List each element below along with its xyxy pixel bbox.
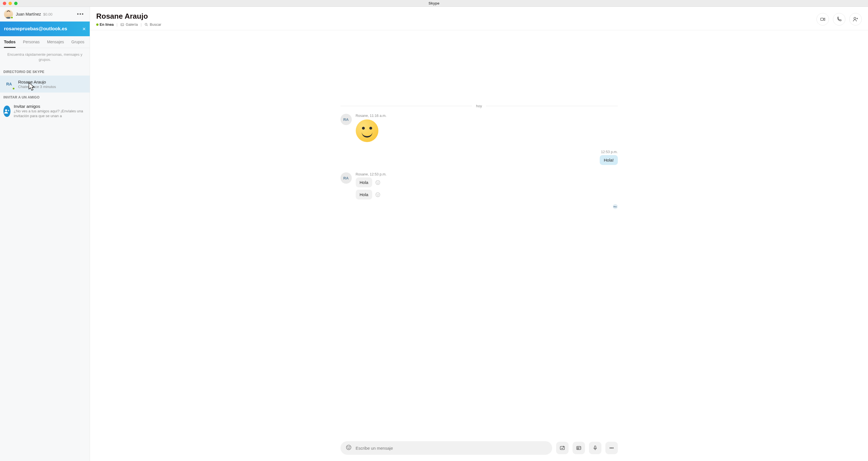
message-meta: Rosane, 11:16 a.m. xyxy=(356,114,386,118)
contact-card-icon xyxy=(576,445,582,451)
svg-point-25 xyxy=(611,448,612,449)
message-in: RA Rosane, 12:53 p.m. Hola Hola xyxy=(340,172,618,199)
search-icon xyxy=(144,23,148,27)
svg-point-13 xyxy=(378,194,379,194)
svg-point-26 xyxy=(613,448,613,449)
read-receipt: RA xyxy=(340,204,618,209)
svg-point-7 xyxy=(854,17,856,19)
gallery-link[interactable]: Galería xyxy=(120,22,138,27)
svg-line-5 xyxy=(147,25,148,26)
message-bubble[interactable]: Hola! xyxy=(600,155,618,165)
microphone-icon xyxy=(592,445,598,451)
svg-point-11 xyxy=(376,192,380,197)
invite-subtitle: ¿No ves a tus amigos aquí? ¡Envíales una… xyxy=(14,109,86,119)
smile-emoji-icon xyxy=(356,119,378,142)
svg-rect-6 xyxy=(821,18,824,20)
tab-grupos[interactable]: Grupos xyxy=(71,36,84,48)
message-bubble[interactable]: Hola xyxy=(356,190,372,199)
image-add-icon xyxy=(559,445,565,451)
invite-title: Invitar amigos xyxy=(14,104,86,109)
contact-subtitle: Chateó hace 3 minutos xyxy=(18,85,56,89)
message-emoji[interactable] xyxy=(356,119,378,143)
chat-header: Rosane Araujo En línea | Galería | Busca… xyxy=(90,7,868,30)
profile-balance: $0.00 xyxy=(43,12,53,17)
svg-point-19 xyxy=(577,447,579,448)
svg-point-4 xyxy=(145,23,147,25)
svg-point-12 xyxy=(377,194,377,194)
svg-point-8 xyxy=(376,180,380,185)
video-icon xyxy=(820,17,826,22)
sidebar: Juan Martínez $0.00 ••• rosanepruebas@ou… xyxy=(0,7,90,461)
search-text: rosanepruebas@outlook.es xyxy=(4,26,67,32)
message-meta: 12:53 p.m. xyxy=(600,150,618,154)
tab-personas[interactable]: Personas xyxy=(23,36,40,48)
profile-name: Juan Martínez xyxy=(16,12,41,17)
window-titlebar: Skype xyxy=(0,0,868,7)
search-hint: Encuentra rápidamente personas, mensajes… xyxy=(0,48,90,67)
invite-friends-item[interactable]: Invitar amigos ¿No ves a tus amigos aquí… xyxy=(0,101,90,121)
contact-card-button[interactable] xyxy=(572,442,585,454)
svg-point-15 xyxy=(347,447,348,447)
receipt-avatar: RA xyxy=(613,204,618,209)
composer xyxy=(90,438,868,461)
chat-body[interactable]: hoy RA Rosane, 11:16 a.m. xyxy=(90,30,868,438)
smile-icon xyxy=(346,444,352,451)
search-tabs: Todos Personas Mensajes Grupos xyxy=(0,36,90,48)
more-icon xyxy=(609,445,614,451)
add-participant-button[interactable] xyxy=(849,13,862,26)
message-input-pill[interactable] xyxy=(340,441,552,455)
search-in-chat-link[interactable]: Buscar xyxy=(144,22,161,27)
emoji-picker-button[interactable] xyxy=(346,444,352,452)
contact-item-rosane[interactable]: RA Rosane Araujo Chateó hace 3 minutos xyxy=(0,75,90,93)
svg-point-16 xyxy=(349,447,349,447)
contact-initials: RA xyxy=(6,82,12,86)
svg-rect-22 xyxy=(594,446,596,449)
react-button[interactable] xyxy=(375,180,381,185)
add-person-icon xyxy=(853,17,858,22)
profile-row[interactable]: Juan Martínez $0.00 ••• xyxy=(0,7,90,22)
chat-pane: Rosane Araujo En línea | Galería | Busca… xyxy=(90,7,868,461)
presence-online-icon xyxy=(12,87,15,90)
close-icon[interactable]: × xyxy=(82,26,86,32)
add-person-icon xyxy=(3,105,10,117)
svg-point-1 xyxy=(5,109,7,111)
day-separator: hoy xyxy=(340,104,618,108)
svg-point-14 xyxy=(346,445,351,450)
svg-point-10 xyxy=(378,182,379,182)
sender-avatar[interactable]: RA xyxy=(340,114,352,125)
chat-title: Rosane Araujo xyxy=(96,12,161,21)
image-icon xyxy=(120,23,124,27)
contact-name: Rosane Araujo xyxy=(18,80,56,84)
tab-todos[interactable]: Todos xyxy=(4,36,16,48)
section-invite: INVITAR A UN AMIGO xyxy=(0,93,90,101)
svg-point-24 xyxy=(610,448,611,449)
more-actions-button[interactable] xyxy=(606,442,618,454)
tab-mensajes[interactable]: Mensajes xyxy=(47,36,64,48)
audio-call-button[interactable] xyxy=(833,13,845,26)
video-call-button[interactable] xyxy=(816,13,829,26)
svg-point-9 xyxy=(377,182,377,182)
section-directory: DIRECTORIO DE SKYPE xyxy=(0,67,90,75)
chat-status: En línea xyxy=(96,22,114,27)
sender-avatar[interactable]: RA xyxy=(340,172,352,184)
message-bubble[interactable]: Hola xyxy=(356,178,372,187)
react-button[interactable] xyxy=(375,192,381,197)
more-icon[interactable]: ••• xyxy=(75,10,86,19)
user-avatar[interactable] xyxy=(4,10,13,19)
svg-rect-17 xyxy=(560,446,564,450)
phone-icon xyxy=(836,17,842,22)
app-title: Skype xyxy=(0,1,868,5)
presence-online-icon xyxy=(10,16,13,19)
presence-online-icon xyxy=(96,24,98,26)
contact-avatar: RA xyxy=(3,79,15,90)
message-in: RA Rosane, 11:16 a.m. xyxy=(340,114,618,143)
message-input[interactable] xyxy=(356,446,547,451)
attach-media-button[interactable] xyxy=(556,442,568,454)
message-out: 12:53 p.m. Hola! xyxy=(340,150,618,165)
voice-message-button[interactable] xyxy=(589,442,601,454)
search-banner[interactable]: rosanepruebas@outlook.es × xyxy=(0,22,90,36)
message-meta: Rosane, 12:53 p.m. xyxy=(356,172,386,176)
